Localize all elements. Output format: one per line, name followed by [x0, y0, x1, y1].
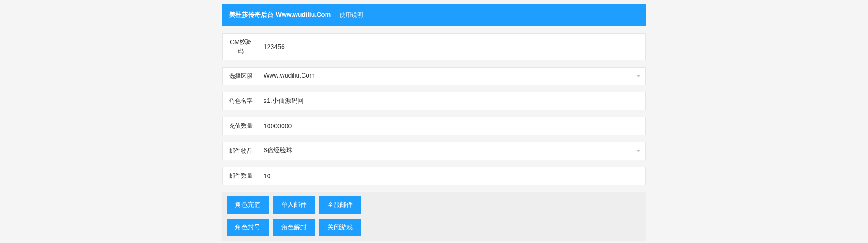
mail-count-input[interactable] — [259, 167, 645, 185]
server-select-value: Www.wudiliu.Com — [259, 68, 645, 83]
header-title: 美杜莎传奇后台-Www.wudiliu.Com — [229, 11, 331, 19]
form-row-mail-count: 邮件数量 — [222, 167, 646, 185]
button-row-1: 角色充值 单人邮件 全服邮件 — [227, 196, 641, 214]
form-row-server: 选择区服 Www.wudiliu.Com — [222, 67, 646, 85]
role-ban-button[interactable]: 角色封号 — [227, 219, 269, 236]
all-server-mail-button[interactable]: 全服邮件 — [319, 196, 361, 214]
role-unban-button[interactable]: 角色解封 — [273, 219, 315, 236]
button-row-2: 角色封号 角色解封 关闭游戏 — [227, 219, 641, 236]
mail-item-select-value: 6倍经验珠 — [259, 142, 645, 159]
form-row-mail-item: 邮件物品 6倍经验珠 — [222, 142, 646, 160]
role-name-input[interactable] — [259, 92, 645, 110]
form-row-gm-code: GM校验码 — [222, 33, 646, 60]
main-container: 美杜莎传奇后台-Www.wudiliu.Com 使用说明 GM校验码 选择区服 … — [222, 4, 646, 241]
mail-count-label: 邮件数量 — [223, 167, 259, 185]
chevron-down-icon — [636, 75, 641, 78]
form-row-role-name: 角色名字 — [222, 92, 646, 110]
gm-code-label: GM校验码 — [223, 34, 259, 60]
recharge-amount-input[interactable] — [259, 117, 645, 135]
gm-code-input[interactable] — [259, 34, 645, 60]
role-name-label: 角色名字 — [223, 92, 259, 110]
mail-item-select[interactable]: 6倍经验珠 — [259, 142, 645, 160]
header-bar: 美杜莎传奇后台-Www.wudiliu.Com 使用说明 — [222, 4, 646, 26]
chevron-down-icon — [636, 150, 641, 152]
role-recharge-button[interactable]: 角色充值 — [227, 196, 269, 214]
usage-link[interactable]: 使用说明 — [340, 11, 363, 19]
single-mail-button[interactable]: 单人邮件 — [273, 196, 315, 214]
form-row-recharge-amount: 充值数量 — [222, 117, 646, 135]
close-game-button[interactable]: 关闭游戏 — [319, 219, 361, 236]
recharge-amount-label: 充值数量 — [223, 117, 259, 135]
button-section: 角色充值 单人邮件 全服邮件 角色封号 角色解封 关闭游戏 — [222, 192, 646, 241]
mail-item-label: 邮件物品 — [223, 142, 259, 160]
server-label: 选择区服 — [223, 68, 259, 85]
server-select[interactable]: Www.wudiliu.Com — [259, 68, 645, 85]
